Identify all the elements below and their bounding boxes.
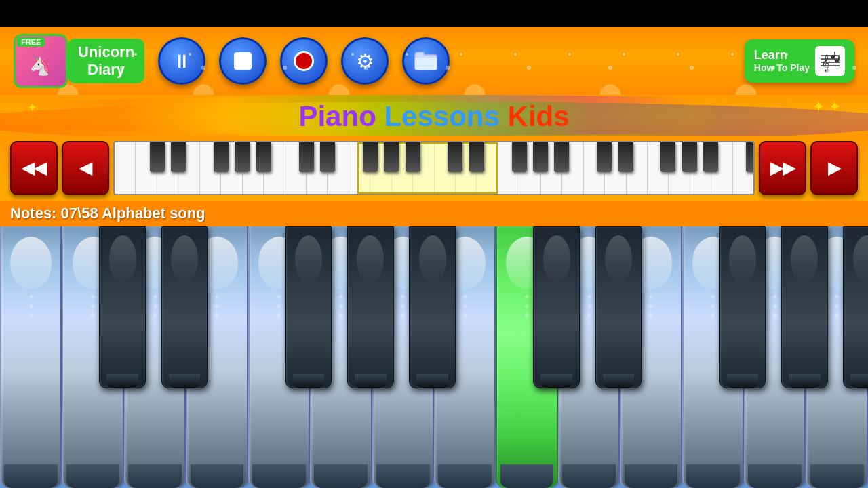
free-badge: FREE <box>17 37 45 47</box>
prev-button[interactable]: ◀ <box>62 141 109 195</box>
title-lessons: Lessons <box>384 100 507 132</box>
top-black-bar <box>0 0 868 27</box>
app-icon[interactable]: FREE 🦄 <box>14 34 68 88</box>
piano-white-key[interactable]: ✦✦✦ <box>310 226 372 488</box>
app-title[interactable]: Unicorn Diary <box>68 39 144 84</box>
pause-button[interactable]: ⏸ <box>158 37 205 85</box>
prev-prev-button[interactable]: ◀◀ <box>10 141 58 195</box>
title-kids: Kids <box>508 100 570 132</box>
unicorn-icon: 🦄 <box>29 54 53 77</box>
music-score-icon: 𝄞 <box>815 46 845 76</box>
piano-white-key[interactable]: ✦✦✦ <box>682 226 744 488</box>
status-text: Notes: 07\58 Alphabet song <box>10 205 205 222</box>
folder-button[interactable] <box>402 37 450 85</box>
piano-mini-keyboard[interactable] <box>113 141 755 195</box>
piano-white-key[interactable]: ✦✦✦ <box>186 226 248 488</box>
stop-icon <box>234 52 252 70</box>
record-icon <box>294 51 314 71</box>
header: FREE 🦄 Unicorn Diary ⏸ ⚙ <box>0 27 868 95</box>
status-bar: Notes: 07\58 Alphabet song <box>0 201 868 226</box>
settings-icon: ⚙ <box>356 49 374 73</box>
piano-white-key[interactable]: ✦✦✦ <box>620 226 682 488</box>
stop-button[interactable] <box>219 37 267 85</box>
next-button[interactable]: ▶ <box>810 141 858 195</box>
piano-white-key[interactable]: ✦✦✦ <box>434 226 496 488</box>
settings-button[interactable]: ⚙ <box>341 37 389 85</box>
svg-text:𝄞: 𝄞 <box>821 54 830 73</box>
record-button[interactable] <box>280 37 328 85</box>
pause-icon: ⏸ <box>172 50 191 73</box>
highlight-region <box>357 142 498 194</box>
folder-icon <box>414 51 438 71</box>
piano-white-key[interactable]: ✦✦✦ <box>124 226 186 488</box>
title-area: Piano Lessons Kids ✦ ✦ ✦ <box>0 95 868 136</box>
piano-keyboard[interactable]: ✦✦✦✦✦✦✦✦✦✦✦✦✦✦✦✦✦✦✦✦✦✦✦✦✦✦✦✦✦✦✦✦✦✦✦✦✦✦✦✦… <box>0 226 868 488</box>
next-next-button[interactable]: ▶▶ <box>759 141 806 195</box>
app-container: FREE 🦄 Unicorn Diary ⏸ ⚙ <box>0 0 868 488</box>
piano-white-key[interactable]: ✦✦✦ <box>62 226 123 488</box>
piano-white-key[interactable]: ✦✦✦ <box>558 226 620 488</box>
learn-label-line2: How To Play <box>754 62 810 74</box>
piano-white-key[interactable]: ✦✦✦ <box>248 226 310 488</box>
title-piano: Piano <box>298 100 384 132</box>
learn-label-line1: Learn <box>754 48 787 63</box>
learn-button[interactable]: Learn How To Play 𝄞 <box>745 39 854 83</box>
main-title: Piano Lessons Kids <box>0 100 868 133</box>
piano-white-key[interactable]: ✦✦✦ <box>744 226 806 488</box>
piano-white-key[interactable]: ✦✦✦ <box>372 226 434 488</box>
piano-navigator: ◀◀ ◀ <box>0 136 868 201</box>
piano-white-key[interactable]: ✦✦✦ <box>806 226 867 488</box>
piano-white-key[interactable]: ✦✦✦ <box>0 226 62 488</box>
piano-white-key[interactable]: ✦✦✦ <box>496 226 557 488</box>
